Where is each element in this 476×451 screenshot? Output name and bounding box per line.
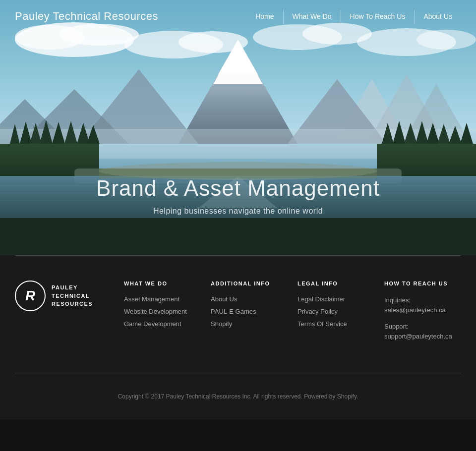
footer-link-asset-management[interactable]: Asset Management [124, 295, 201, 303]
logo-letter: R [25, 288, 35, 304]
hero-subtitle: Helping businesses navigate the online w… [0, 207, 476, 216]
footer-inquiries-email[interactable]: sales@pauleytech.ca [384, 306, 446, 314]
footer-link-shopify[interactable]: Shopify [211, 320, 288, 328]
nav-about-us[interactable]: About Us [415, 10, 461, 24]
footer-link-privacy-policy[interactable]: Privacy Policy [298, 308, 374, 315]
footer-col-legal-info: LEGAL INFO Legal Disclaimer Privacy Poli… [298, 281, 374, 333]
footer-link-terms-of-service[interactable]: Terms Of Service [298, 320, 374, 328]
footer-col-additional-info-title: ADDITIONAL INFO [211, 281, 288, 286]
footer-inquiries-label: Inquiries: [384, 296, 411, 304]
hero-svg [0, 0, 476, 255]
nav-what-we-do[interactable]: What We Do [284, 10, 341, 24]
nav-how-to-reach-us[interactable]: How To Reach Us [341, 10, 415, 24]
logo-line-1: PAULEY [52, 283, 93, 292]
footer-col-what-we-do: WHAT WE DO Asset Management Website Deve… [124, 281, 201, 333]
footer-support-email[interactable]: support@pauleytech.ca [384, 333, 452, 340]
footer: R PAULEY TECHNICAL RESOURCES WHAT WE DO … [0, 255, 476, 420]
footer-link-website-development[interactable]: Website Development [124, 308, 201, 315]
footer-support: Support: support@pauleytech.ca [384, 322, 461, 341]
hero-content: Brand & Asset Management Helping busines… [0, 176, 476, 216]
footer-logo: R PAULEY TECHNICAL RESOURCES [15, 281, 114, 311]
footer-col-additional-info: ADDITIONAL INFO About Us PAUL-E Games Sh… [211, 281, 288, 333]
svg-rect-48 [0, 218, 476, 255]
site-title: Pauley Technical Resources [15, 10, 158, 23]
logo-line-3: RESOURCES [52, 300, 93, 308]
main-nav: Home What We Do How To Reach Us About Us [246, 10, 461, 24]
nav-home[interactable]: Home [246, 10, 283, 24]
footer-support-label: Support: [384, 323, 409, 330]
copyright-text: Copyright © 2017 Pauley Technical Resour… [118, 393, 358, 400]
footer-copyright: Copyright © 2017 Pauley Technical Resour… [0, 373, 476, 420]
footer-link-paul-e-games[interactable]: PAUL-E Games [211, 308, 288, 315]
footer-logo-col: R PAULEY TECHNICAL RESOURCES [15, 281, 114, 311]
logo-line-2: TECHNICAL [52, 292, 93, 300]
footer-col-contact-title: HOW TO REACH US [384, 281, 461, 286]
logo-circle: R [15, 281, 46, 311]
hero-title: Brand & Asset Management [0, 176, 476, 201]
footer-link-game-development[interactable]: Game Development [124, 320, 201, 328]
logo-text-block: PAULEY TECHNICAL RESOURCES [52, 283, 93, 308]
footer-col-what-we-do-title: WHAT WE DO [124, 281, 201, 286]
hero-section: Brand & Asset Management Helping busines… [0, 0, 476, 255]
footer-col-contact: HOW TO REACH US Inquiries: sales@pauleyt… [384, 281, 461, 348]
footer-col-legal-info-title: LEGAL INFO [298, 281, 374, 286]
footer-link-about-us[interactable]: About Us [211, 295, 288, 303]
footer-link-legal-disclaimer[interactable]: Legal Disclaimer [298, 295, 374, 303]
footer-main: R PAULEY TECHNICAL RESOURCES WHAT WE DO … [0, 256, 476, 373]
footer-inquiries: Inquiries: sales@pauleytech.ca [384, 295, 461, 315]
